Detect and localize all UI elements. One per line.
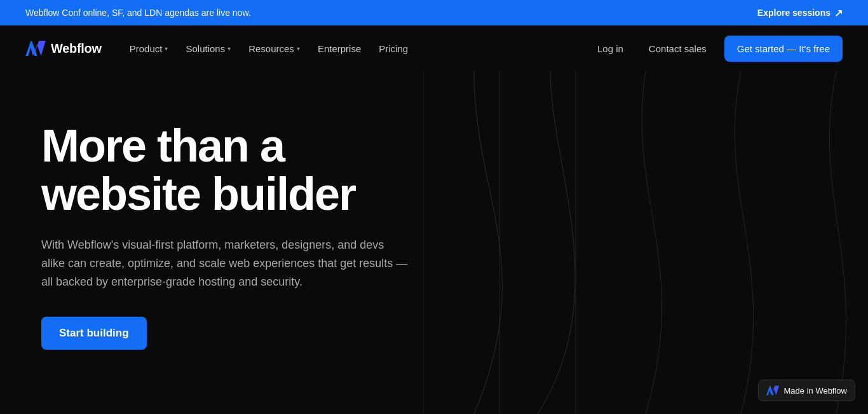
nav-item-resources-label: Resources xyxy=(248,43,294,54)
hero-subtitle: With Webflow's visual-first platform, ma… xyxy=(41,236,410,291)
nav-item-solutions-label: Solutions xyxy=(186,43,225,54)
nav-item-solutions[interactable]: Solutions ▾ xyxy=(178,38,238,59)
hero-decorative-curves xyxy=(423,71,868,414)
banner-link[interactable]: Explore sessions ↗ xyxy=(757,7,843,19)
nav-item-pricing-label: Pricing xyxy=(379,43,408,54)
hero-content: More than a website builder With Webflow… xyxy=(41,122,448,350)
nav-right: Log in Contact sales Get started — It's … xyxy=(590,36,843,62)
navigation: Webflow Product ▾ Solutions ▾ Resources … xyxy=(0,25,868,71)
get-started-button[interactable]: Get started — It's free xyxy=(724,36,843,62)
nav-item-product[interactable]: Product ▾ xyxy=(122,38,176,59)
hero-title: More than a website builder xyxy=(41,122,448,218)
webflow-badge-logo-icon xyxy=(766,385,779,396)
login-link[interactable]: Log in xyxy=(590,38,631,59)
contact-sales-link[interactable]: Contact sales xyxy=(641,38,714,59)
nav-item-product-label: Product xyxy=(130,43,163,54)
made-in-webflow-text: Made in Webflow xyxy=(784,386,847,396)
logo-wordmark: Webflow xyxy=(51,41,102,56)
chevron-down-icon: ▾ xyxy=(165,45,168,52)
nav-item-pricing[interactable]: Pricing xyxy=(371,38,416,59)
nav-item-enterprise[interactable]: Enterprise xyxy=(310,38,369,59)
start-building-button[interactable]: Start building xyxy=(41,317,147,350)
announcement-banner: Webflow Conf online, SF, and LDN agendas… xyxy=(0,0,868,25)
nav-left: Webflow Product ▾ Solutions ▾ Resources … xyxy=(25,38,416,59)
nav-item-resources[interactable]: Resources ▾ xyxy=(241,38,308,59)
nav-links: Product ▾ Solutions ▾ Resources ▾ Enterp… xyxy=(122,38,416,59)
nav-item-enterprise-label: Enterprise xyxy=(318,43,361,54)
banner-link-text: Explore sessions xyxy=(757,8,831,18)
hero-section: More than a website builder With Webflow… xyxy=(0,71,868,414)
banner-text: Webflow Conf online, SF, and LDN agendas… xyxy=(25,8,251,18)
webflow-logo[interactable]: Webflow xyxy=(25,41,102,56)
made-in-webflow-badge[interactable]: Made in Webflow xyxy=(758,380,855,401)
chevron-down-icon: ▾ xyxy=(297,45,300,52)
webflow-logo-icon xyxy=(25,41,46,56)
chevron-down-icon: ▾ xyxy=(227,45,231,52)
banner-arrow-icon: ↗ xyxy=(834,7,843,19)
